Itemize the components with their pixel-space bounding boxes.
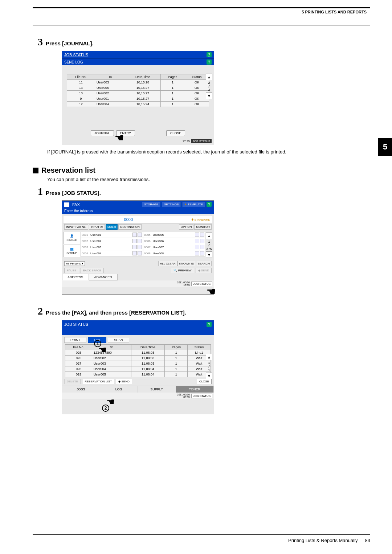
preview-button[interactable]: 🔍 PREVIEW bbox=[171, 268, 194, 273]
address-item[interactable]: 0008User008 bbox=[143, 250, 205, 257]
enter-address-label: Enter the Address bbox=[62, 208, 214, 214]
screenshot-send-log: JOB STATUS ? SEND LOG ? File No. To Date… bbox=[62, 51, 214, 145]
jobstatus-button[interactable]: JOB STATUS bbox=[191, 394, 212, 398]
mail-icon[interactable] bbox=[200, 245, 204, 249]
mail-icon[interactable] bbox=[138, 245, 142, 249]
mail-icon[interactable] bbox=[138, 239, 142, 243]
mail-icon[interactable] bbox=[200, 251, 204, 255]
toner-tab[interactable]: TONER bbox=[176, 386, 214, 393]
footer-text: Printing Lists & Reports Manually bbox=[288, 538, 358, 543]
address-item[interactable]: 0003User003 bbox=[81, 244, 143, 250]
scroll-up-icon[interactable]: ▲ bbox=[206, 233, 212, 239]
table-row[interactable]: 028User00411,08:041Wait bbox=[65, 366, 211, 372]
fax-icon[interactable] bbox=[195, 251, 199, 255]
journal-note: If [JOURNAL] is pressed with the transmi… bbox=[47, 149, 370, 155]
hand-pointer-icon: ☚ bbox=[206, 285, 216, 298]
page-frac-bot: 375 bbox=[206, 247, 212, 251]
close-button[interactable]: CLOSE bbox=[166, 130, 185, 136]
group-tab[interactable]: 👥GROUP bbox=[64, 245, 80, 257]
mail-icon[interactable] bbox=[200, 239, 204, 243]
fax-icon[interactable] bbox=[132, 245, 137, 249]
multi-button[interactable]: MULTI bbox=[106, 224, 118, 230]
reservation-list-button[interactable]: RESERVATION LIST bbox=[82, 379, 114, 384]
fax-jobs-table: File No. To Date,Time Pages Status 02512… bbox=[65, 344, 211, 377]
scan-tab[interactable]: SCAN bbox=[108, 337, 129, 343]
fax-icon[interactable] bbox=[132, 239, 137, 243]
col-status: Status bbox=[188, 345, 211, 350]
send-button[interactable]: ◆ SEND bbox=[116, 379, 132, 384]
pause-button[interactable]: PAUSE bbox=[64, 268, 79, 273]
fax-icon[interactable] bbox=[195, 245, 199, 249]
tab-advanced[interactable]: ADVANCED bbox=[89, 274, 118, 280]
allpersons-select[interactable]: All Persons ▾ bbox=[64, 261, 85, 266]
step1-text: Press [JOB STATUS]. bbox=[46, 190, 101, 196]
table-row[interactable]: 025123456789011,08:031Line1 bbox=[65, 350, 211, 356]
single-tab[interactable]: 👤SINGLE bbox=[64, 232, 80, 244]
help-icon[interactable]: ? bbox=[207, 322, 212, 327]
template-button[interactable]: ★ TEMPLATE bbox=[182, 202, 205, 207]
address-item[interactable]: 0004User004 bbox=[81, 250, 143, 257]
header-bar bbox=[33, 7, 370, 8]
storage-button[interactable]: STORAGE bbox=[142, 202, 160, 207]
step3-text: Press [JOURNAL]. bbox=[46, 40, 94, 46]
mail-icon[interactable] bbox=[200, 233, 204, 237]
mail-icon[interactable] bbox=[138, 233, 142, 237]
knownid-button[interactable]: KNOWN ID bbox=[177, 261, 196, 266]
fax-icon[interactable] bbox=[195, 239, 199, 243]
step3-number: 3 bbox=[33, 36, 46, 48]
col-fileno: File No. bbox=[65, 345, 92, 350]
input-at-button[interactable]: INPUT @ bbox=[89, 224, 105, 230]
option-button[interactable]: OPTION bbox=[179, 224, 194, 230]
table-row[interactable]: 9User00110,15:271OK bbox=[67, 96, 209, 102]
settings-button[interactable]: SETTINGS bbox=[162, 202, 181, 207]
col-pages: Pages bbox=[165, 345, 188, 350]
fax-title: FAX bbox=[72, 202, 80, 207]
table-row[interactable]: 12User00410,15:241OK bbox=[67, 102, 209, 107]
table-row[interactable]: 027User00311,08:031Wait bbox=[65, 361, 211, 366]
date-label: 2011/05/10 15:55 bbox=[177, 281, 190, 286]
fax-icon[interactable] bbox=[195, 233, 199, 237]
address-item[interactable]: 0005User005 bbox=[143, 232, 205, 238]
scroll-down-icon[interactable]: ▼ bbox=[206, 93, 212, 99]
mail-icon[interactable] bbox=[138, 251, 142, 255]
log-tab[interactable]: LOG bbox=[100, 386, 138, 393]
tab-address[interactable]: ADDRESS bbox=[62, 274, 89, 280]
fax-icon[interactable] bbox=[132, 233, 137, 237]
supply-tab[interactable]: SUPPLY bbox=[138, 386, 176, 393]
jobstatus-pill[interactable]: JOB STATUS bbox=[191, 139, 212, 143]
help-icon[interactable]: ? bbox=[207, 59, 212, 65]
address-item[interactable]: 0006User006 bbox=[143, 238, 205, 244]
jobs-tab[interactable]: JOBS bbox=[62, 386, 100, 393]
table-row[interactable]: 13User00510,15:271OK bbox=[67, 85, 209, 91]
address-item[interactable]: 0001User001 bbox=[81, 232, 143, 238]
table-row[interactable]: 10User00210,15:271OK bbox=[67, 91, 209, 96]
table-row[interactable]: 026User00211,08:031Wait bbox=[65, 356, 211, 361]
input-faxno-button[interactable]: INPUT FAX No. bbox=[64, 224, 88, 230]
backspace-button[interactable]: BACK SPACE bbox=[81, 268, 104, 273]
fax-icon bbox=[64, 202, 69, 207]
section-title: Reservation list bbox=[41, 166, 95, 175]
send-button[interactable]: ◆ SEND bbox=[196, 268, 212, 273]
date-label: 2011/05/10 08:05 bbox=[177, 393, 190, 398]
scroll-down-icon[interactable]: ▼ bbox=[206, 251, 212, 258]
allclear-button[interactable]: ALL CLEAR bbox=[158, 261, 177, 266]
monitor-button[interactable]: MONITOR bbox=[194, 224, 212, 230]
address-item[interactable]: 0002User002 bbox=[81, 238, 143, 244]
help-icon[interactable]: ? bbox=[207, 52, 212, 57]
scroll-down-icon[interactable]: ▼ bbox=[206, 373, 212, 379]
help-icon[interactable]: ? bbox=[207, 202, 212, 207]
table-row[interactable]: 029User00511,08:041Wait bbox=[65, 372, 211, 377]
fax-icon[interactable] bbox=[132, 251, 137, 255]
jobstatus-title: JOB STATUS bbox=[64, 322, 88, 327]
scroll-up-icon[interactable]: ▲ bbox=[206, 74, 212, 80]
table-row[interactable]: 11User00310,15:281OK bbox=[67, 80, 209, 85]
print-tab[interactable]: PRINT bbox=[64, 337, 86, 343]
search-button[interactable]: SEARCH bbox=[196, 261, 212, 266]
chapter-label: 5 PRINTING LISTS AND REPORTS bbox=[302, 10, 367, 14]
digits-display: 0000 bbox=[124, 217, 133, 222]
destination-button[interactable]: DESTINATION bbox=[118, 224, 141, 230]
journal-button[interactable]: JOURNAL bbox=[91, 130, 114, 136]
delete-button[interactable]: DELETE bbox=[64, 379, 81, 384]
address-item[interactable]: 0007User007 bbox=[143, 244, 205, 250]
scroll-up-icon[interactable]: ▲ bbox=[206, 354, 212, 360]
